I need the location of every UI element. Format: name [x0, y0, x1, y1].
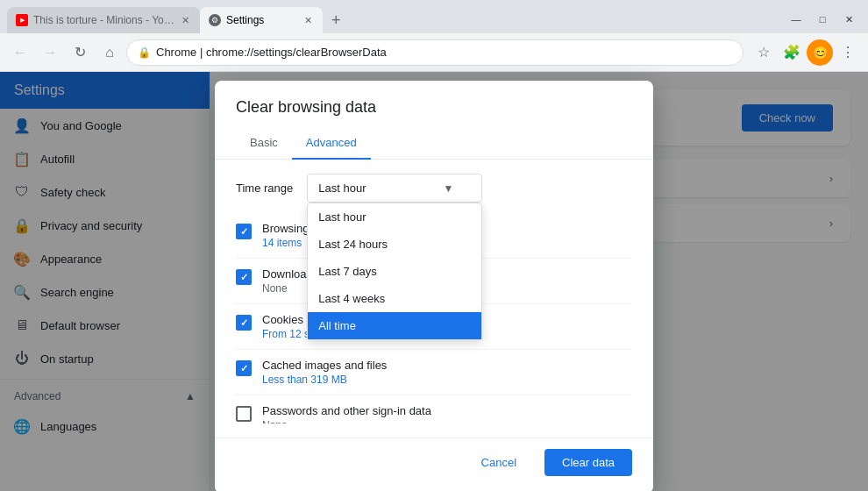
reload-button[interactable]: ↻: [67, 39, 93, 66]
check-row-passwords: Passwords and other sign-in data None: [236, 395, 632, 423]
avatar-icon[interactable]: 😊: [807, 39, 833, 66]
maximize-button[interactable]: □: [810, 11, 835, 28]
check-text-cached: Cached images and files Less than 319 MB: [262, 359, 387, 386]
bookmark-icon[interactable]: ☆: [751, 39, 777, 66]
option-last-7-days[interactable]: Last 7 days: [308, 258, 481, 285]
url-separator: |: [200, 46, 206, 59]
checkbox-download-history[interactable]: [236, 269, 252, 285]
checkbox-cached[interactable]: [236, 360, 252, 376]
address-url: Chrome | chrome://settings/clearBrowserD…: [156, 46, 387, 59]
tab-youtube-close[interactable]: ✕: [180, 13, 191, 28]
time-range-select[interactable]: Last hour ▼ Last hour Last 24 hours Last…: [307, 174, 632, 203]
modal-title: Clear browsing data: [215, 81, 653, 117]
titlebar: This is torture - Minions - YouTu... ✕ S…: [0, 0, 868, 33]
cached-title: Cached images and files: [262, 359, 387, 372]
clear-data-button[interactable]: Clear data: [544, 449, 632, 476]
tab-advanced[interactable]: Advanced: [292, 127, 371, 160]
selected-option: Last hour: [318, 181, 366, 195]
checkbox-browsing-history[interactable]: [236, 224, 252, 239]
navbar: ← → ↻ ⌂ 🔒 Chrome | chrome://settings/cle…: [0, 33, 868, 72]
lock-icon: 🔒: [138, 46, 151, 59]
extensions-icon[interactable]: 🧩: [779, 39, 805, 66]
forward-button[interactable]: →: [37, 39, 63, 66]
check-row-cached: Cached images and files Less than 319 MB: [236, 350, 632, 395]
clear-browsing-data-modal: Clear browsing data Basic Advanced Time …: [215, 81, 653, 491]
window-controls: — □ ✕: [784, 11, 861, 28]
cached-subtitle: Less than 319 MB: [262, 374, 387, 386]
modal-tabs: Basic Advanced: [215, 127, 653, 160]
modal-body: Time range Last hour ▼ Last hour Last 24…: [215, 160, 653, 438]
option-last-hour[interactable]: Last hour: [308, 203, 481, 231]
menu-icon[interactable]: ⋮: [835, 39, 861, 66]
dropdown-menu: Last hour Last 24 hours Last 7 days Last…: [307, 203, 482, 340]
modal-footer: Cancel Clear data: [215, 438, 653, 491]
modal-overlay: Clear browsing data Basic Advanced Time …: [0, 72, 868, 491]
new-tab-button[interactable]: +: [326, 11, 346, 30]
dropdown-arrow-icon: ▼: [443, 182, 453, 195]
url-brand: Chrome: [156, 46, 196, 59]
checkbox-passwords[interactable]: [236, 406, 252, 422]
option-all-time[interactable]: All time: [308, 312, 481, 339]
select-display[interactable]: Last hour ▼: [307, 174, 482, 203]
settings-favicon: [209, 14, 221, 26]
check-text-passwords: Passwords and other sign-in data None: [262, 404, 431, 423]
tab-settings-label: Settings: [226, 14, 297, 26]
close-button[interactable]: ✕: [836, 11, 861, 28]
tab-youtube[interactable]: This is torture - Minions - YouTu... ✕: [7, 7, 200, 33]
option-last-4-weeks[interactable]: Last 4 weeks: [308, 285, 481, 312]
time-range-row: Time range Last hour ▼ Last hour Last 24…: [236, 174, 632, 203]
tab-basic[interactable]: Basic: [236, 127, 292, 160]
passwords-subtitle: None: [262, 419, 431, 423]
toolbar-icons: ☆ 🧩 😊 ⋮: [751, 39, 861, 66]
tab-youtube-label: This is torture - Minions - YouTu...: [33, 14, 174, 26]
cancel-button[interactable]: Cancel: [464, 449, 534, 476]
home-button[interactable]: ⌂: [96, 39, 123, 66]
address-bar[interactable]: 🔒 Chrome | chrome://settings/clearBrowse…: [126, 39, 743, 66]
checkbox-cookies[interactable]: [236, 315, 252, 331]
back-button[interactable]: ←: [7, 39, 33, 66]
option-last-24-hours[interactable]: Last 24 hours: [308, 231, 481, 258]
tab-settings[interactable]: Settings ✕: [200, 7, 323, 33]
url-path: chrome://settings/clearBrowserData: [206, 46, 387, 59]
passwords-title: Passwords and other sign-in data: [262, 404, 431, 417]
time-range-label: Time range: [236, 181, 293, 195]
tab-settings-close[interactable]: ✕: [302, 13, 314, 28]
minimize-button[interactable]: —: [784, 11, 808, 28]
youtube-favicon: [16, 14, 28, 26]
